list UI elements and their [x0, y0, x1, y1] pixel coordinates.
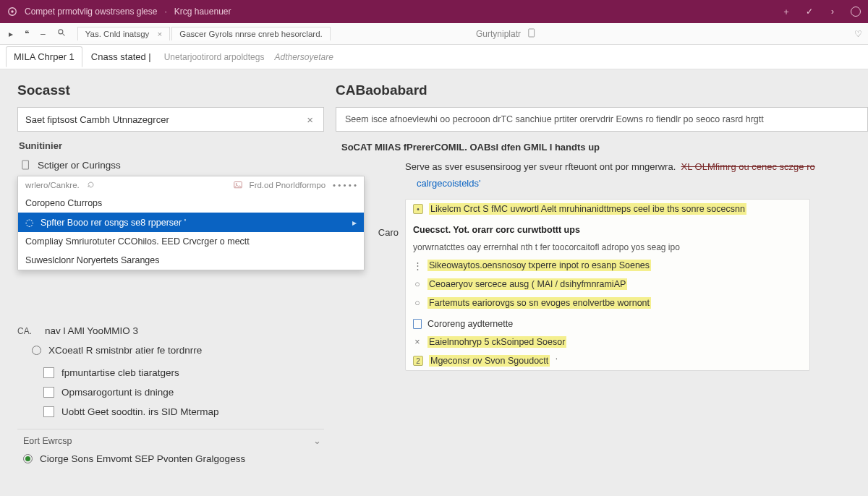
check-option-2-label: Opmsarogortunt is dninge — [61, 387, 174, 398]
card-highlight-2: × Eaielnnohryp 5 ckSoinped Soesor — [406, 333, 809, 351]
paragraph-line: Serve as sver esusensiroog yer sveur rft… — [339, 158, 868, 175]
check-option-3-label: Uobtt Geet soodtin. irs SID Mtermap — [61, 406, 219, 417]
ribbon-hint-b: Adthersoyetare — [270, 52, 337, 62]
card-highlight-2-text: Eaielnnohryp 5 ckSoinped Soesor — [427, 336, 566, 348]
svg-point-7 — [235, 184, 237, 185]
workspace: Socasst × Sunitinier Sctiger or Curingss… — [0, 69, 868, 496]
card-highlight-1-text: Likelcm Crct S fMC uvwortl Aelt mruhinan… — [429, 203, 746, 215]
radio-icon — [32, 346, 41, 355]
toolbar-dash-icon[interactable]: – — [38, 27, 48, 40]
dropdown-item-3[interactable]: Compliay Smriurotuter CCOhilos. EED Crvc… — [18, 232, 364, 251]
bullet-icon: ○ — [413, 279, 422, 289]
card-subtext: yorwrnatcttes oay errernhal nth t fer to… — [406, 239, 809, 256]
app-logo-icon — [7, 7, 17, 17]
dropdown-hint-left: wrlero/Cankre. — [25, 181, 80, 189]
editor-tab-2[interactable]: Gascer Gyrols nnrse cnreb hesorclard. — [171, 27, 331, 40]
card-bullet-1-text: Sikeowaytos.oensnosoy txperre inpot ro e… — [427, 260, 651, 271]
forward-icon[interactable]: › — [827, 7, 838, 17]
ribbon-hint-a: Unetarjootirord arpoldtegs — [160, 52, 269, 62]
doc-box-icon — [43, 367, 54, 378]
card-heading: Cuecsct. Yot. orarr corc curwtbottt ups — [406, 221, 809, 239]
page-icon — [20, 159, 32, 171]
card-bullet-3: ○ Fartemuts eariorovgs so sn evoges enol… — [406, 294, 809, 312]
card-highlight-1: • Likelcm Crct S fMC uvwortl Aelt mruhin… — [406, 200, 809, 218]
svg-line-3 — [62, 34, 64, 36]
card-doc-text: Cororeng aydternette — [427, 319, 513, 329]
ribbon-bar: MILA Chrper 1 Cnass stated | Unetarjooti… — [0, 45, 868, 69]
check-option-1-label: fpmuntartise cleb tiaratgers — [61, 367, 179, 378]
editor-tab-2-label: Gascer Gyrols nnrse cnreb hesorclard. — [179, 30, 323, 38]
link-line[interactable]: calrgecoistelds' — [339, 175, 868, 192]
autocomplete-dropdown: wrlero/Cankre. Frd.od Pnorldformpo • • •… — [17, 176, 365, 270]
search-input[interactable] — [25, 114, 304, 125]
toolbar-search-icon[interactable] — [54, 27, 69, 40]
paragraph-strike: XL OLMfimrg ou cenec sczge ro — [681, 161, 815, 172]
check-option-3[interactable]: Uobtt Geet soodtin. irs SID Mtermap — [17, 402, 324, 422]
tree-item-1[interactable]: Sctiger or Curingss — [17, 155, 324, 174]
toolbar-right-label[interactable]: Gurtyniplatr — [476, 29, 521, 39]
card-doc-row[interactable]: Cororeng aydternette — [406, 315, 809, 333]
search-box[interactable]: × — [17, 107, 324, 132]
check-option-1[interactable]: fpmuntartise cleb tiaratgers — [17, 363, 324, 382]
chevron-down-icon: ⌄ — [313, 435, 321, 446]
svg-point-2 — [59, 30, 63, 34]
refresh-icon[interactable] — [87, 181, 95, 189]
description-text: Seem isce afnoevlewhi oo pecrooon drTC s… — [345, 114, 764, 124]
titlebar-sep: · — [164, 7, 166, 17]
ribbon-tab-a[interactable]: MILA Chrper 1 — [6, 46, 82, 67]
card-bullet-1: ⋮ Sikeowaytos.oensnosoy txperre inpot ro… — [406, 256, 809, 275]
editor-tab-1[interactable]: Yas. Cnld inatsgy × — [77, 27, 171, 40]
editor-tab-1-label: Yas. Cnld inatsgy — [85, 30, 150, 38]
radio-dot-icon: ◌ — [25, 217, 33, 228]
bold-heading: SoCAT MIIAS fPrererCOMIL. OABsl dfen GMI… — [339, 139, 868, 155]
card-bullet-2: ○ Ceoaeryov sercece ausg ( MAl / dsihyfm… — [406, 275, 809, 294]
link-text: calrgecoistelds' — [417, 178, 480, 189]
dropdown-hint-row: wrlero/Cankre. Frd.od Pnorldformpo • • •… — [18, 176, 364, 194]
left-panel-heading: Socasst — [17, 82, 324, 98]
editor-toolbar: ▸ ❝ – Yas. Cnld inatsgy × Gascer Gyrols … — [0, 23, 868, 45]
svg-rect-5 — [22, 161, 29, 169]
toolbar-right-doc-icon[interactable] — [528, 28, 536, 40]
svg-rect-4 — [529, 29, 535, 37]
check-option-2[interactable]: Opmsarogortunt is dninge — [17, 382, 324, 402]
radio-line-1: nav l AMl YooMMIO 3 — [45, 325, 138, 336]
card-bullet-3-text: Fartemuts eariorovgs so sn evoges enolve… — [427, 297, 651, 309]
dropdown-item-selected[interactable]: ◌ Spfter Booo rer osngs se8 rpperser ' ▸ — [18, 213, 364, 232]
radio-option-2-label: XCoeatl R smistnbr atier fe tordnrre — [48, 345, 202, 356]
radio-option-2[interactable]: XCoeatl R smistnbr atier fe tordnrre — [17, 341, 324, 360]
clear-icon[interactable]: × — [304, 114, 316, 126]
dropdown-item-4[interactable]: Suweslclonr Noryertets Saranges — [18, 251, 364, 270]
bullet-icon: ⋮ — [413, 260, 422, 271]
x-icon: × — [413, 337, 422, 347]
titlebar-text-right: Krcg hauenuer — [174, 7, 231, 17]
badge-icon: • — [413, 204, 423, 214]
settings-circle-icon[interactable] — [851, 7, 861, 17]
description-box[interactable]: Seem isce afnoevlewhi oo pecrooon drTC s… — [336, 107, 868, 132]
check-icon[interactable]: ✓ — [804, 7, 814, 17]
right-panel-heading: CABaobabard — [336, 82, 868, 98]
group-header[interactable]: Eort Ewrcsp ⌄ — [17, 429, 324, 449]
results-card: • Likelcm Crct S fMC uvwortl Aelt mruhin… — [405, 199, 810, 371]
card-highlight-3-text: Mgeconsr ov Svon Sgoudoctt — [429, 355, 550, 367]
titlebar-text-left: Compet prmotvlig owstrsens glese — [25, 7, 157, 17]
paragraph-text: Serve as sver esusensiroog yer sveur rft… — [405, 161, 676, 172]
toolbar-caret-icon[interactable]: ▸ — [6, 27, 16, 40]
dropdown-hint-right: Frd.od Pnorldformpo — [250, 181, 326, 189]
toolbar-quote-icon[interactable]: ❝ — [22, 27, 32, 40]
section-label: Sunitinier — [19, 140, 324, 151]
final-option-label: Ciorge Sons Emvomt SEP Pvonten Gralgoges… — [40, 453, 245, 464]
tree-item-1-label: Sctiger or Curingss — [38, 160, 121, 171]
final-option[interactable]: Ciorge Sons Emvomt SEP Pvonten Gralgoges… — [17, 449, 324, 469]
group-header-label: Eort Ewrcsp — [23, 436, 72, 446]
dropdown-item-1-label: Coropeno Cturrops — [25, 198, 102, 208]
ribbon-tab-b[interactable]: Cnass stated | — [84, 47, 158, 67]
toolbar-help-icon[interactable]: ♡ — [854, 29, 862, 39]
dropdown-item-1[interactable]: Coropeno Cturrops — [18, 194, 364, 213]
svg-point-1 — [11, 10, 14, 13]
doc-box-icon — [43, 406, 54, 417]
right-panel: CABaobabard Seem isce afnoevlewhi oo pec… — [333, 69, 868, 496]
plus-icon[interactable]: ＋ — [781, 7, 791, 17]
image-icon — [234, 181, 242, 189]
ribbon-tab-b-label: Cnass stated | — [91, 51, 151, 62]
close-icon[interactable]: × — [158, 30, 163, 38]
